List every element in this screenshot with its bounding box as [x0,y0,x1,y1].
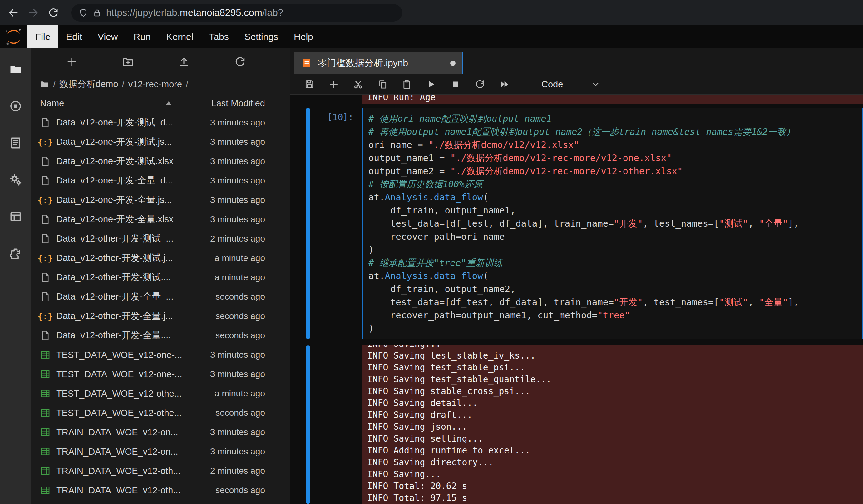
new-folder-button[interactable] [121,55,135,69]
file-row[interactable]: TEST_DATA_WOE_v12-one-...3 minutes ago [31,365,290,384]
file-name: TRAIN_DATA_WOE_v12-oth... [56,485,181,495]
execution-prompt: [10]: [310,108,362,339]
cell-type-dropdown[interactable]: Code [541,79,600,90]
running-sessions-icon[interactable] [0,88,31,125]
file-row[interactable]: TEST_DATA_WOE_v12-othe...a minute ago [31,384,290,403]
save-button[interactable] [303,78,315,90]
file-modified: 3 minutes ago [204,369,265,379]
new-launcher-button[interactable] [65,55,79,69]
code-line: # 继承配置并按"tree"重新训练 [368,256,857,269]
file-row[interactable]: TEST_DATA_WOE_v12-othe...seconds ago [31,403,290,423]
notebook-icon [301,58,312,69]
restart-run-all-button[interactable] [498,78,510,90]
tab-title: 零门槛数据分析.ipynb [317,57,408,70]
extensions-puzzle-icon[interactable] [0,235,31,272]
code-line: # 再使用output_name1配置映射到output_name2（这一步tr… [368,125,857,138]
column-name[interactable]: Name [31,98,64,109]
paste-cells-button[interactable] [401,78,413,90]
file-row[interactable]: Data_v12-other-开发-测试....a minute ago [31,268,290,287]
file-modified: seconds ago [209,311,265,321]
json-file-icon: {:} [39,310,51,322]
file-list: Data_v12-one-开发-测试_d...3 minutes ago{:}D… [31,113,290,504]
file-row[interactable]: Data_v12-one-开发-测试.xlsx3 minutes ago [31,152,290,171]
file-row[interactable]: TRAIN_DATA_WOE_v12-oth...2 minutes ago [31,461,290,481]
code-line: recover_path=ori_name [368,230,857,243]
menu-tabs[interactable]: Tabs [201,25,236,48]
menu-view[interactable]: View [90,25,126,48]
menu-help[interactable]: Help [286,25,321,48]
file-name: TEST_DATA_WOE_v12-othe... [56,408,182,418]
cut-cells-button[interactable] [352,78,364,90]
output-collapser[interactable] [306,345,310,504]
file-modified: 3 minutes ago [204,156,265,166]
refresh-file-list-button[interactable] [233,55,247,69]
home-folder-icon[interactable] [39,79,49,89]
file-row[interactable]: {:}Data_v12-other-开发-全量.j...seconds ago [31,306,290,326]
breadcrumb-segment[interactable]: 数据分析demo [59,78,118,90]
output-line: INFO Saving stable_cross_psi... [367,386,863,397]
file-name: Data_v12-one-开发-全量.js... [56,194,172,206]
menu-settings[interactable]: Settings [237,25,286,48]
file-row[interactable]: {:}Data_v12-one-开发-测试.js...3 minutes ago [31,132,290,152]
back-button[interactable] [5,4,22,21]
property-inspector-icon[interactable] [0,125,31,161]
file-file-icon [39,272,51,284]
file-browser-icon[interactable] [0,51,31,88]
code-line: at.Analysis.data_flow( [368,269,857,282]
code-line: df_train, output_name1, [368,204,857,217]
file-row[interactable]: TEST_DATA_WOE_v12-one-...3 minutes ago [31,345,290,365]
code-cell[interactable]: [10]: # 使用ori_name配置映射到output_name1# 再使用… [290,108,863,339]
url-text: https://jupyterlab.metanoia8295.com/lab? [106,7,283,18]
output-line: INFO Saving draft... [367,409,863,421]
upload-button[interactable] [177,55,191,69]
file-row[interactable]: TRAIN_DATA_WOE_v12-oth...seconds ago [31,481,290,500]
file-modified: 3 minutes ago [204,427,265,437]
file-row[interactable]: {:}Data_v12-other-开发-测试.j...a minute ago [31,249,290,268]
run-cell-button[interactable] [425,78,437,90]
column-last-modified[interactable]: Last Modified [211,98,290,109]
code-line: ) [368,322,857,335]
address-bar[interactable]: https://jupyterlab.metanoia8295.com/lab? [71,4,402,22]
notebook-content[interactable]: INFO Run: Age [10]: # 使用ori_name配置映射到out… [290,94,863,504]
interrupt-kernel-button[interactable] [450,78,462,90]
tab-bar: 零门槛数据分析.ipynb [290,48,863,74]
file-row[interactable]: TRAIN_DATA_WOE_v12-on...3 minutes ago [31,442,290,461]
unsaved-changes-dot[interactable] [450,61,455,66]
file-row[interactable]: Data_v12-other-开发-全量_...seconds ago [31,287,290,306]
shield-icon[interactable] [79,8,88,17]
code-line: # 使用ori_name配置映射到output_name1 [368,112,857,125]
restart-kernel-button[interactable] [474,78,486,90]
file-row[interactable]: TRAIN_DATA_WOE_v12-on...3 minutes ago [31,423,290,442]
insert-cell-button[interactable] [328,78,340,90]
file-row[interactable]: {:}Data_v12-one-开发-全量.js...3 minutes ago [31,190,290,210]
file-row[interactable]: Data_v12-one-开发-测试_d...3 minutes ago [31,113,290,132]
file-row[interactable]: Data_v12-one-开发-全量_d...3 minutes ago [31,171,290,190]
cell-collapser[interactable] [306,108,310,339]
file-modified: 3 minutes ago [204,214,265,224]
menu-run[interactable]: Run [126,25,159,48]
menu-file[interactable]: File [27,25,58,48]
menu-kernel[interactable]: Kernel [159,25,201,48]
url-scheme: https:// [106,7,135,18]
file-modified: 3 minutes ago [204,137,265,147]
forward-button[interactable] [25,4,42,21]
layout-panel-icon[interactable] [0,198,31,235]
file-row[interactable]: Data_v12-other-开发-测试_...2 minutes ago [31,229,290,249]
notebook-tab[interactable]: 零门槛数据分析.ipynb [294,52,463,74]
code-lines: # 使用ori_name配置映射到output_name1# 再使用output… [368,112,857,335]
file-row[interactable]: Data_v12-one-开发-全量.xlsx3 minutes ago [31,210,290,229]
menu-edit[interactable]: Edit [58,25,90,48]
file-row[interactable]: Data_v12-other-开发-全量....seconds ago [31,326,290,345]
breadcrumb-segment[interactable]: v12-rec-more [128,79,182,90]
copy-cells-button[interactable] [377,78,388,90]
file-name: Data_v12-one-开发-全量.xlsx [56,213,174,226]
code-editor[interactable]: # 使用ori_name配置映射到output_name1# 再使用output… [362,108,863,339]
code-line: test_data=[df_test, df_data], train_name… [368,217,857,230]
file-name: Data_v12-one-开发-测试.js... [56,136,172,148]
file-modified: 3 minutes ago [204,176,265,186]
lock-icon [92,8,102,17]
reload-button[interactable] [45,4,62,21]
system-tools-icon[interactable] [0,161,31,198]
file-name: TEST_DATA_WOE_v12-one-... [56,350,182,360]
stderr-output[interactable]: INFO Saving... INFO Saving test_stable_i… [362,345,863,504]
